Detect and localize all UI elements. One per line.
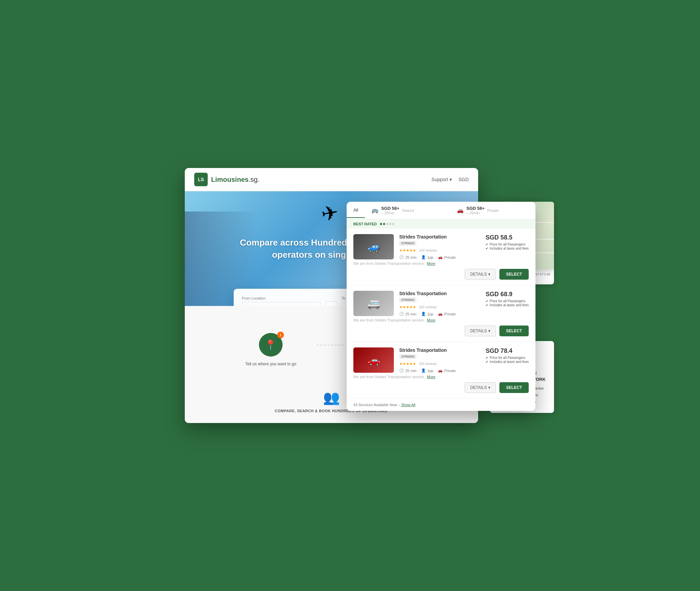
result-2-car-image: 🚐 bbox=[353, 291, 394, 316]
result-1-stars-row: ★★★★★ 164 reviews bbox=[399, 247, 447, 253]
result-3-actions: DETAILS ▾ SELECT bbox=[353, 382, 529, 393]
result-1-pax-price: ✔ Price for all Passengers bbox=[486, 243, 529, 246]
result-2-left: Strides Trasportation STRIDES ★★★★★ 164 … bbox=[399, 291, 447, 310]
shared-time: – 25min bbox=[381, 211, 399, 215]
private-info: SGD 58+ – 25min bbox=[466, 206, 485, 215]
result-1-info: Strides Trasportation STRIDES ★★★★★ 164 … bbox=[399, 234, 529, 259]
dot-4 bbox=[389, 223, 391, 225]
result-2-select-button[interactable]: SELECT bbox=[499, 326, 529, 336]
filter-private[interactable]: 🚗 SGD 58+ – 25min Private bbox=[450, 202, 535, 219]
logo-suffix: .sg. bbox=[249, 176, 259, 183]
result-3-pax: 👤 1pp bbox=[421, 368, 433, 373]
result-2-stars: ★★★★★ bbox=[399, 305, 416, 309]
result-1-desc: We are from Strides Transportation servi… bbox=[353, 261, 529, 265]
results-card: All 🚌 SGD 58+ – 25min Shared 🚗 SGD 58+ –… bbox=[347, 202, 535, 411]
result-2-tax-label: Includes al taxes and fees bbox=[490, 303, 529, 307]
car-icon: 🚗 bbox=[457, 207, 464, 214]
result-1-price: SGD 58.5 bbox=[486, 234, 529, 241]
person-icon-1: 👤 bbox=[421, 255, 426, 259]
best-rated-indicator bbox=[380, 223, 394, 225]
result-3-operator: Strides Trasportation bbox=[399, 347, 447, 353]
result-2-pax: 👤 1pp bbox=[421, 312, 433, 316]
result-2-actions: DETAILS ▾ SELECT bbox=[353, 326, 529, 336]
result-3-select-label: SELECT bbox=[506, 385, 522, 390]
result-2-more[interactable]: More bbox=[427, 318, 435, 322]
from-input[interactable]: ✈ enter an Airport or a destinaton bbox=[242, 302, 321, 306]
airplane-icon: ✈ bbox=[319, 200, 340, 226]
check-icon-2: ✔ bbox=[486, 247, 488, 250]
people-icon: 👥 bbox=[323, 390, 340, 405]
result-1-tax-price: ✔ Includes al taxes and fees bbox=[486, 247, 529, 250]
filter-all-label: All bbox=[353, 207, 358, 213]
private-time: – 25min bbox=[466, 211, 485, 215]
result-3-details-button[interactable]: DETAILS ▾ bbox=[465, 382, 496, 393]
dot-5 bbox=[392, 223, 394, 225]
step-connector-1 bbox=[317, 345, 344, 345]
result-3-more[interactable]: More bbox=[427, 375, 435, 379]
result-2-details-button[interactable]: DETAILS ▾ bbox=[465, 326, 496, 336]
logo-shield: LS bbox=[194, 173, 208, 186]
plane-icon: ✈ bbox=[246, 305, 250, 306]
car-type-icon-3: 🚗 bbox=[438, 368, 443, 373]
result-1-logo: STRIDES bbox=[399, 241, 416, 246]
result-2-logo: STRIDES bbox=[399, 298, 416, 302]
result-3-type: 🚗 Private bbox=[438, 368, 456, 373]
result-1: 🚙 Strides Trasportation STRIDES ★★★★★ 16… bbox=[347, 229, 535, 285]
show-all-link[interactable]: Show All bbox=[401, 403, 415, 407]
result-3: 🚗 Strides Trasportation STRIDES ★★★★★ 16… bbox=[347, 342, 535, 399]
result-2-stars-row: ★★★★★ 164 reviews bbox=[399, 304, 447, 310]
dot-1 bbox=[380, 223, 382, 225]
van-icon: 🚐 bbox=[353, 291, 394, 316]
logo: LS Limousines.sg. bbox=[194, 173, 259, 186]
result-1-details-button[interactable]: DETAILS ▾ bbox=[465, 269, 496, 280]
result-1-stars: ★★★★★ bbox=[399, 248, 416, 252]
location-pin-icon: 📍 bbox=[265, 339, 276, 350]
check-icon-1: ✔ bbox=[486, 243, 488, 246]
nav-links: Support ▾ SGD bbox=[432, 177, 469, 182]
filter-all[interactable]: All bbox=[347, 203, 365, 218]
result-3-price: SGD 78.4 bbox=[486, 347, 529, 355]
best-rated-label: BEST RATED bbox=[353, 222, 377, 226]
person-icon-3: 👤 bbox=[421, 368, 426, 373]
step-1-circle: 1 📍 bbox=[259, 333, 283, 357]
swap-button[interactable]: ⇄ bbox=[325, 301, 338, 306]
result-3-select-button[interactable]: SELECT bbox=[499, 382, 529, 393]
result-2-price: SGD 68.9 bbox=[486, 291, 529, 298]
step-1: 1 📍 Tell us where you want to go bbox=[245, 333, 296, 367]
result-1-more[interactable]: More bbox=[427, 261, 435, 265]
result-3-pax-price: ✔ Price for all Passengers bbox=[486, 356, 529, 360]
support-button[interactable]: Support ▾ bbox=[432, 177, 452, 182]
result-3-top: 🚗 Strides Trasportation STRIDES ★★★★★ 16… bbox=[353, 347, 529, 373]
person-icon-2: 👤 bbox=[421, 312, 426, 316]
result-1-left: Strides Trasportation STRIDES ★★★★★ 164 … bbox=[399, 234, 447, 253]
car-type-icon-2: 🚗 bbox=[438, 312, 443, 316]
result-3-tax-label: Includes al taxes and fees bbox=[490, 360, 529, 364]
currency-label[interactable]: SGD bbox=[459, 177, 469, 182]
from-placeholder: enter an Airport or a destinaton bbox=[252, 306, 303, 306]
result-1-reviews: 164 reviews bbox=[419, 249, 437, 252]
result-1-operator: Strides Trasportation bbox=[399, 234, 447, 240]
result-1-duration: 🕐 25 min bbox=[399, 255, 416, 259]
support-label: Support bbox=[432, 177, 448, 182]
logo-text: Limousines.sg. bbox=[211, 176, 259, 184]
result-2-price-details: ✔ Price for all Passengers ✔ Includes al… bbox=[486, 299, 529, 307]
result-2-details-label: DETAILS bbox=[470, 329, 487, 333]
filter-shared[interactable]: 🚌 SGD 58+ – 25min Shared bbox=[365, 202, 450, 219]
result-2: 🚐 Strides Trasportation STRIDES ★★★★★ 16… bbox=[347, 285, 535, 342]
dot-2 bbox=[383, 223, 385, 225]
result-3-details-label: DETAILS bbox=[470, 385, 487, 390]
result-3-logo: STRIDES bbox=[399, 354, 416, 359]
result-2-duration: 🕐 25 min bbox=[399, 312, 416, 316]
result-2-top: 🚐 Strides Trasportation STRIDES ★★★★★ 16… bbox=[353, 291, 529, 316]
result-1-select-label: SELECT bbox=[506, 272, 522, 277]
result-3-pax-label: Price for all Passengers bbox=[490, 356, 525, 360]
result-2-operator: Strides Trasportation bbox=[399, 291, 447, 296]
car-type-icon-1: 🚗 bbox=[438, 255, 443, 259]
result-1-select-button[interactable]: SELECT bbox=[499, 269, 529, 280]
chevron-icon-2: ▾ bbox=[488, 329, 490, 333]
result-1-header: Strides Trasportation STRIDES ★★★★★ 164 … bbox=[399, 234, 529, 253]
shared-label: Shared bbox=[402, 208, 414, 213]
result-1-top: 🚙 Strides Trasportation STRIDES ★★★★★ 16… bbox=[353, 234, 529, 259]
result-1-actions: DETAILS ▾ SELECT bbox=[353, 269, 529, 280]
mpv-icon: 🚗 bbox=[353, 347, 394, 373]
